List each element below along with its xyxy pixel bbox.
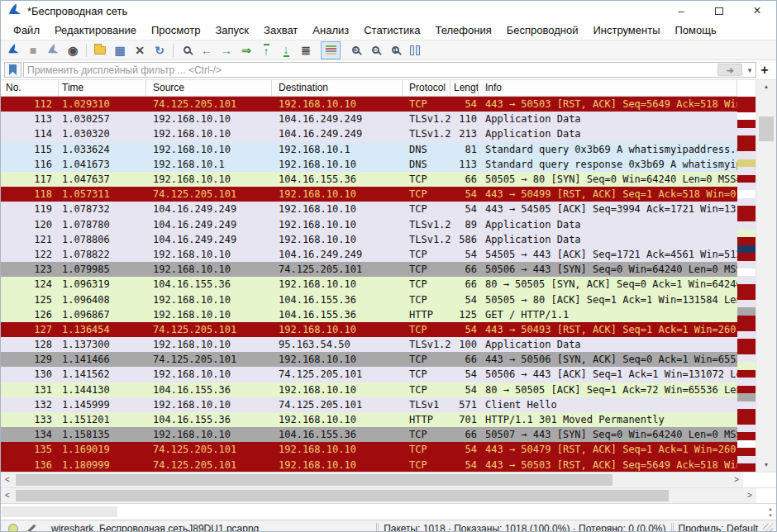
open-file-button[interactable] (90, 41, 110, 59)
packet-row[interactable]: 1181.05731174.125.205.101192.168.10.10TC… (1, 187, 737, 202)
packet-info: Standard query response 0x3b69 A whatism… (479, 159, 737, 170)
packet-row[interactable]: 1291.14146674.125.205.101192.168.10.10TC… (1, 352, 737, 367)
reload-file-button[interactable]: ↻ (150, 41, 169, 59)
packet-row[interactable]: 1141.030320192.168.10.10104.16.249.249TL… (1, 126, 737, 141)
menu-item-wireless[interactable]: Беспроводной (499, 22, 586, 38)
packet-info: 443 → 50479 [RST, ACK] Seq=1 Ack=1 Win=2… (479, 444, 737, 455)
packet-row[interactable]: 1281.137300192.168.10.1095.163.54.50TLSv… (1, 337, 737, 352)
horizontal-scrollbar-1[interactable]: < > (1, 472, 776, 487)
packet-row[interactable]: 1211.078806104.16.249.249192.168.10.10TL… (1, 232, 737, 247)
scroll-right-icon[interactable]: > (730, 473, 743, 487)
packet-row[interactable]: 1151.033624192.168.10.10192.168.10.1DNS8… (1, 142, 737, 157)
menu-item-go[interactable]: Запуск (207, 22, 256, 38)
find-packet-button[interactable] (177, 41, 197, 59)
packet-row[interactable]: 1191.078732104.16.249.249192.168.10.10TC… (1, 202, 737, 216)
column-header-no[interactable]: No. (1, 80, 59, 96)
spin-up-icon[interactable]: ▲ (768, 506, 773, 512)
packet-row[interactable]: 1121.02931074.125.205.101192.168.10.10TC… (1, 97, 737, 112)
capture-options-button[interactable]: ◉ (63, 41, 83, 59)
scroll-left-icon[interactable]: < (1, 488, 14, 503)
vertical-scrollbar[interactable]: ▲ ▼ (756, 80, 776, 472)
scroll-right-icon[interactable]: > (743, 488, 756, 503)
menu-item-file[interactable]: Файл (6, 22, 47, 38)
go-back-button[interactable]: ← (197, 41, 217, 59)
packet-row[interactable]: 1251.096408192.168.10.10104.16.155.36TCP… (1, 292, 737, 306)
close-button[interactable]: × (738, 1, 776, 21)
packet-row[interactable]: 1201.078780104.16.249.249192.168.10.10TL… (1, 217, 737, 232)
go-last-button[interactable]: ↓ (276, 41, 296, 59)
menu-item-statistics[interactable]: Статистика (356, 22, 427, 38)
packet-row[interactable]: 1321.145999192.168.10.1074.125.205.101TL… (1, 397, 737, 412)
packet-row[interactable]: 1231.079985192.168.10.1074.125.205.101TC… (1, 262, 737, 277)
packet-row[interactable]: 1341.158135192.168.10.10104.16.155.36TCP… (1, 427, 737, 442)
start-capture-button[interactable] (3, 41, 23, 59)
packet-dst: 192.168.10.10 (272, 98, 403, 110)
column-header-time[interactable]: Time (59, 80, 146, 96)
column-header-dst[interactable]: Destination (272, 80, 403, 96)
packet-row[interactable]: 1241.096319104.16.155.36192.168.10.10TCP… (1, 277, 737, 292)
menu-item-capture[interactable]: Захват (256, 22, 305, 38)
save-file-button[interactable]: ▦ (110, 41, 130, 59)
maximize-button[interactable] (700, 1, 738, 21)
menu-item-tools[interactable]: Инструменты (585, 22, 667, 38)
resize-columns-button[interactable] (405, 41, 425, 59)
profile-label[interactable]: Профиль: Default (679, 523, 759, 532)
packet-row[interactable]: 1171.047637192.168.10.10104.16.155.36TCP… (1, 172, 737, 187)
display-filter-input[interactable] (24, 64, 717, 76)
zoom-original-button[interactable]: 1 (385, 41, 405, 59)
menu-item-help[interactable]: Помощь (668, 22, 724, 38)
column-header-proto[interactable]: Protocol (403, 80, 450, 96)
spin-down-icon[interactable]: ▼ (768, 512, 773, 519)
scroll-up-icon[interactable]: ▲ (756, 80, 776, 93)
column-header-len[interactable]: Length (450, 80, 479, 96)
menu-item-edit[interactable]: Редактирование (47, 22, 144, 38)
restart-capture-button[interactable] (43, 41, 63, 59)
column-header-src[interactable]: Source (146, 80, 272, 96)
add-filter-button[interactable]: + (756, 62, 773, 78)
capture-comment-button[interactable] (26, 523, 37, 532)
auto-scroll-button[interactable]: ≣ (296, 41, 316, 59)
column-header-info[interactable]: Info (479, 80, 737, 96)
packet-row[interactable]: 1161.041673192.168.10.1192.168.10.10DNS1… (1, 157, 737, 172)
vertical-scrollbar-thumb[interactable] (759, 116, 774, 141)
packet-proto: HTTP (403, 309, 450, 321)
packet-row[interactable]: 1331.151201104.16.155.36192.168.10.10HTT… (1, 412, 737, 427)
minimap[interactable] (737, 80, 756, 472)
pane-spinner[interactable]: ▲ ▼ (768, 506, 773, 519)
zoom-in-button[interactable]: + (346, 41, 365, 59)
packet-row[interactable]: 1271.13645474.125.205.101192.168.10.10TC… (1, 322, 737, 337)
packet-row[interactable]: 1301.141562192.168.10.1074.125.205.101TC… (1, 367, 737, 382)
packet-row[interactable]: 1131.030257192.168.10.10104.16.249.249TL… (1, 112, 737, 126)
packet-row[interactable]: 1351.16901974.125.205.101192.168.10.10TC… (1, 442, 737, 457)
packet-row[interactable]: 1221.078822192.168.10.10104.16.249.249TC… (1, 247, 737, 262)
zoom-out-button[interactable]: − (365, 41, 385, 59)
go-forward-button[interactable]: → (217, 41, 236, 59)
expert-info-button[interactable] (8, 524, 18, 532)
horizontal-scrollbar-thumb[interactable] (16, 474, 613, 486)
horizontal-scrollbar-2[interactable]: < > (1, 487, 776, 503)
go-first-button[interactable]: ↑ (256, 41, 276, 59)
minimize-button[interactable]: – (662, 1, 700, 21)
packet-row[interactable]: 1361.18099974.125.205.101192.168.10.10TC… (1, 458, 737, 473)
stop-capture-button[interactable]: ■ (23, 41, 43, 59)
packet-row[interactable]: 1261.096867192.168.10.10104.16.155.36HTT… (1, 307, 737, 322)
resize-grip[interactable] (763, 524, 773, 532)
go-to-packet-button[interactable]: ⇒ (236, 41, 256, 59)
scroll-down-icon[interactable]: ▼ (756, 458, 776, 472)
packet-info: 443 → 50499 [RST, ACK] Seq=1 Ack=518 Win… (479, 188, 737, 200)
filter-bookmark-button[interactable] (4, 62, 21, 78)
apply-filter-button[interactable]: ➜ (717, 64, 742, 76)
scroll-left-icon[interactable]: < (1, 473, 14, 487)
packet-src: 192.168.10.10 (146, 309, 272, 321)
packet-time: 1.030257 (59, 113, 146, 125)
colorize-button[interactable] (321, 41, 341, 59)
packet-row[interactable]: 1311.144130104.16.155.36192.168.10.10TCP… (1, 382, 737, 397)
menu-item-analyze[interactable]: Анализ (305, 22, 356, 38)
menu-item-telephony[interactable]: Телефония (427, 22, 498, 38)
packet-len: 54 (450, 294, 479, 306)
minimap-stripe (737, 253, 756, 260)
horizontal-scrollbar-thumb[interactable] (16, 490, 669, 501)
filter-dropdown-button[interactable]: ▾ (744, 66, 756, 74)
close-file-button[interactable]: ✕ (130, 41, 150, 59)
menu-item-view[interactable]: Просмотр (144, 22, 207, 38)
